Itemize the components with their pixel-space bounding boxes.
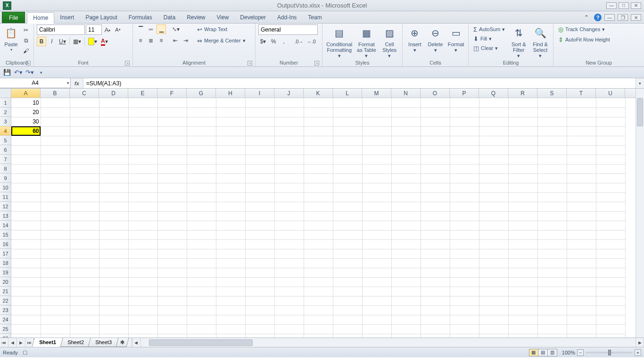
cell-E17[interactable] [128,249,157,258]
cell-E11[interactable] [128,192,157,202]
cell-B3[interactable] [41,117,70,126]
cell-B7[interactable] [41,155,70,164]
cell-G10[interactable] [187,183,216,192]
cell-K26[interactable] [304,334,333,337]
cell-R11[interactable] [508,192,537,202]
cell-L3[interactable] [333,117,362,126]
cell-L9[interactable] [333,173,362,183]
cell-B24[interactable] [41,315,70,324]
cell-S13[interactable] [537,211,567,221]
cell-U11[interactable] [596,192,625,202]
cell-B23[interactable] [41,305,70,315]
cell-O19[interactable] [421,268,450,277]
cell-N9[interactable] [391,173,421,183]
cell-M7[interactable] [362,155,391,164]
cell-D16[interactable] [99,239,128,249]
cell-I10[interactable] [245,183,274,192]
cell-Q9[interactable] [479,173,508,183]
cell-P15[interactable] [450,230,479,239]
cell-Q5[interactable] [479,136,508,145]
tab-insert[interactable]: Insert [54,12,80,23]
cell-S10[interactable] [537,183,567,192]
cell-A15[interactable] [11,230,41,239]
cell-D11[interactable] [99,192,128,202]
cell-U12[interactable] [596,202,625,211]
sheet-tab-2[interactable]: Sheet2 [60,338,91,347]
column-header-Q[interactable]: Q [479,89,508,98]
cell-J18[interactable] [274,258,304,268]
cell-J12[interactable] [274,202,304,211]
cell-P8[interactable] [450,164,479,173]
cell-P9[interactable] [450,173,479,183]
cell-T4[interactable] [567,126,596,136]
cell-K25[interactable] [304,324,333,334]
cell-C16[interactable] [70,239,99,249]
cell-N14[interactable] [391,221,421,230]
cell-U22[interactable] [596,296,625,305]
row-header-3[interactable]: 3 [0,117,11,126]
cell-B22[interactable] [41,296,70,305]
cell-B10[interactable] [41,183,70,192]
cell-O11[interactable] [421,192,450,202]
cell-F24[interactable] [157,315,187,324]
cell-U14[interactable] [596,221,625,230]
cell-F5[interactable] [157,136,187,145]
cell-O23[interactable] [421,305,450,315]
cell-N23[interactable] [391,305,421,315]
cell-K12[interactable] [304,202,333,211]
zoom-out-button[interactable]: − [577,349,584,356]
cell-H24[interactable] [216,315,245,324]
cell-Q12[interactable] [479,202,508,211]
cell-G13[interactable] [187,211,216,221]
row-header-9[interactable]: 9 [0,173,11,183]
cell-M24[interactable] [362,315,391,324]
decrease-font-button[interactable]: A▾ [113,25,123,34]
cell-U7[interactable] [596,155,625,164]
cell-I24[interactable] [245,315,274,324]
autosum-button[interactable]: ΣAutoSum ▾ [471,25,507,34]
cell-H14[interactable] [216,221,245,230]
conditional-formatting-button[interactable]: ▤Conditional Formatting▾ [325,25,354,58]
align-left-button[interactable]: ≡ [136,36,145,45]
cell-A3[interactable]: 30 [11,117,41,126]
cell-K14[interactable] [304,221,333,230]
cell-B6[interactable] [41,145,70,155]
cell-E1[interactable] [128,98,157,107]
cell-R4[interactable] [508,126,537,136]
zoom-in-button[interactable]: + [635,349,641,356]
cell-G24[interactable] [187,315,216,324]
cell-J10[interactable] [274,183,304,192]
cell-U23[interactable] [596,305,625,315]
cell-S9[interactable] [537,173,567,183]
cell-L22[interactable] [333,296,362,305]
tab-review[interactable]: Review [181,12,211,23]
number-format-select[interactable] [258,25,318,35]
cell-T8[interactable] [567,164,596,173]
cell-A23[interactable] [11,305,41,315]
cell-M3[interactable] [362,117,391,126]
cell-M21[interactable] [362,287,391,296]
cell-G19[interactable] [187,268,216,277]
column-header-L[interactable]: L [333,89,362,98]
cell-R24[interactable] [508,315,537,324]
cell-H19[interactable] [216,268,245,277]
cell-R21[interactable] [508,287,537,296]
cell-T18[interactable] [567,258,596,268]
cell-S22[interactable] [537,296,567,305]
cell-T22[interactable] [567,296,596,305]
cell-D12[interactable] [99,202,128,211]
cell-L13[interactable] [333,211,362,221]
cell-K10[interactable] [304,183,333,192]
cell-R15[interactable] [508,230,537,239]
align-center-button[interactable]: ≣ [146,36,156,45]
find-select-button[interactable]: 🔍Find & Select▾ [530,25,550,58]
cell-T3[interactable] [567,117,596,126]
number-dialog-launcher[interactable]: ↘ [314,61,319,66]
cell-O25[interactable] [421,324,450,334]
cell-U1[interactable] [596,98,625,107]
cell-S1[interactable] [537,98,567,107]
column-header-I[interactable]: I [245,89,274,98]
cell-Q23[interactable] [479,305,508,315]
cell-K17[interactable] [304,249,333,258]
italic-button[interactable]: I [47,37,57,46]
